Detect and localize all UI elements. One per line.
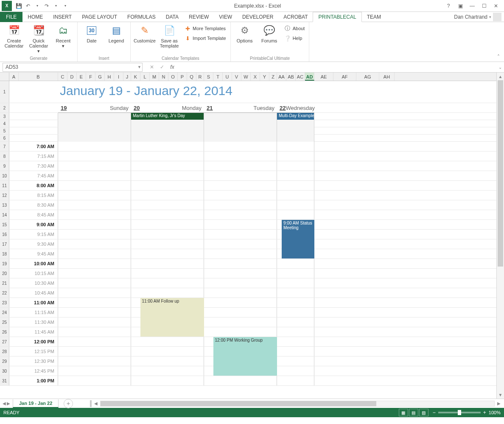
col-header-S[interactable]: S (204, 73, 213, 81)
time-slot[interactable] (58, 181, 131, 190)
file-tab[interactable]: FILE (0, 12, 22, 22)
time-slot[interactable] (277, 298, 314, 307)
tab-view[interactable]: VIEW (214, 12, 237, 22)
allday-event[interactable]: Martin Luther King, Jr's Day (131, 113, 204, 120)
col-header-AB[interactable]: AB (286, 73, 296, 81)
undo-button[interactable]: ↶ (24, 2, 32, 10)
minimize-button[interactable]: — (467, 2, 478, 10)
create-calendar-button[interactable]: 📅CreateCalendar (3, 23, 25, 48)
time-slot[interactable] (58, 327, 131, 337)
time-slot[interactable] (277, 259, 314, 268)
row-header-27[interactable]: 27 (0, 337, 9, 346)
help-button[interactable]: ❔Help (283, 34, 307, 43)
col-header-W[interactable]: W (241, 73, 251, 81)
time-slot[interactable] (204, 249, 277, 258)
time-slot[interactable] (204, 142, 277, 151)
allday-cell[interactable] (277, 120, 314, 127)
time-slot[interactable] (131, 230, 204, 239)
time-slot[interactable] (204, 152, 277, 161)
vertical-scrollbar[interactable]: ▲ ▼ (496, 73, 504, 399)
calendar-event[interactable]: 12:00 PM Working Group (213, 337, 277, 376)
col-header-O[interactable]: O (168, 73, 178, 81)
col-header-P[interactable]: P (178, 73, 187, 81)
tab-page-layout[interactable]: PAGE LAYOUT (77, 12, 122, 22)
save-button[interactable]: 💾 (14, 2, 23, 10)
time-slot[interactable] (58, 249, 131, 258)
col-header-M[interactable]: M (150, 73, 159, 81)
time-slot[interactable] (204, 298, 277, 307)
time-slot[interactable] (204, 327, 277, 337)
col-header-K[interactable]: K (131, 73, 140, 81)
row-header-15[interactable]: 15 (0, 220, 9, 229)
time-slot[interactable] (277, 152, 314, 161)
time-slot[interactable] (277, 376, 314, 385)
tab-data[interactable]: DATA (161, 12, 184, 22)
time-slot[interactable] (58, 347, 131, 356)
col-header-V[interactable]: V (232, 73, 241, 81)
time-slot[interactable] (277, 347, 314, 356)
time-slot[interactable] (204, 239, 277, 249)
time-slot[interactable] (131, 191, 204, 200)
vscroll-thumb[interactable] (498, 80, 503, 267)
col-header-L[interactable]: L (140, 73, 150, 81)
time-slot[interactable] (58, 288, 131, 298)
ribbon-display-options[interactable]: ▣ (455, 2, 466, 10)
allday-cell[interactable]: Multi-Day Example (277, 113, 314, 120)
col-header-Z[interactable]: Z (269, 73, 277, 81)
tab-developer[interactable]: DEVELOPER (237, 12, 278, 22)
time-slot[interactable] (58, 230, 131, 239)
name-box[interactable]: AD53 ▼ (3, 63, 143, 72)
scroll-left-icon[interactable]: ◀ (92, 400, 99, 407)
hscroll-splitter[interactable] (90, 400, 92, 407)
time-slot[interactable] (204, 259, 277, 268)
row-header-17[interactable]: 17 (0, 239, 9, 249)
time-slot[interactable] (58, 210, 131, 219)
time-slot[interactable] (58, 278, 131, 288)
time-slot[interactable] (131, 210, 204, 219)
legend-button[interactable]: ▤Legend (105, 23, 128, 43)
tab-acrobat[interactable]: ACROBAT (278, 12, 313, 22)
row-header-6[interactable]: 6 (0, 135, 9, 141)
row-header-7[interactable]: 7 (0, 142, 9, 151)
allday-cell[interactable] (204, 113, 277, 120)
time-slot[interactable] (277, 210, 314, 219)
tab-home[interactable]: HOME (22, 12, 48, 22)
calendar-event[interactable]: 11:00 AM Follow up (140, 298, 204, 337)
allday-cell[interactable] (58, 113, 131, 120)
formula-input[interactable] (177, 63, 496, 72)
time-slot[interactable] (58, 366, 131, 376)
time-slot[interactable] (204, 200, 277, 210)
sheet-nav-prev-icon[interactable]: ◀ (3, 401, 6, 406)
time-slot[interactable] (277, 142, 314, 151)
allday-cell[interactable] (277, 127, 314, 135)
col-header-F[interactable]: F (86, 73, 95, 81)
row-header-5[interactable]: 5 (0, 127, 9, 134)
row-header-25[interactable]: 25 (0, 317, 9, 327)
insert-function-button[interactable]: fx (167, 63, 177, 72)
col-header-J[interactable]: J (123, 73, 131, 81)
allday-cell[interactable] (58, 135, 131, 142)
help-button[interactable]: ? (443, 2, 454, 10)
time-slot[interactable] (58, 200, 131, 210)
col-header-G[interactable]: G (95, 73, 105, 81)
quick-calendar-button[interactable]: 📆QuickCalendar ▾ (27, 23, 50, 54)
zoom-out-button[interactable]: − (433, 410, 436, 416)
time-slot[interactable] (204, 171, 277, 180)
vscroll-track[interactable] (497, 80, 504, 391)
col-header-H[interactable]: H (105, 73, 114, 81)
time-slot[interactable] (277, 161, 314, 171)
user-dropdown-icon[interactable]: ▾ (489, 15, 491, 19)
time-slot[interactable] (131, 171, 204, 180)
time-slot[interactable] (131, 220, 204, 229)
about-button[interactable]: ⓘAbout (283, 24, 307, 33)
row-header-8[interactable]: 8 (0, 152, 9, 161)
time-slot[interactable] (58, 220, 131, 229)
row-header-12[interactable]: 12 (0, 191, 9, 200)
time-slot[interactable] (131, 259, 204, 268)
allday-cell[interactable] (277, 135, 314, 142)
allday-cell[interactable] (131, 135, 204, 142)
tab-review[interactable]: REVIEW (184, 12, 214, 22)
redo-button[interactable]: ↷ (42, 2, 51, 10)
col-header-AC[interactable]: AC (296, 73, 305, 81)
row-header-21[interactable]: 21 (0, 278, 9, 288)
